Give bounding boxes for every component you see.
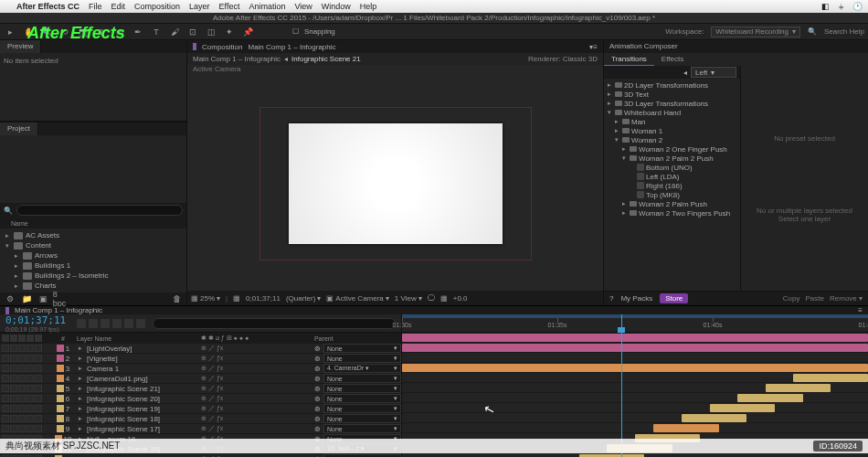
new-comp-icon[interactable]: ▣ [37,292,49,305]
project-item[interactable]: ▸AC Assets [0,230,186,240]
mac-menu-composition[interactable]: Composition [134,2,180,11]
layer-row[interactable]: 8 ▸[Infographic Scene 18] ⊕ ／ ƒx ⊚None▾ [0,414,401,424]
layer-row[interactable]: 1 ▸[LightOverlay] ⊕ ／ ƒx ⊚None▾ [0,344,401,354]
store-button[interactable]: Store [660,293,688,303]
ac-tree-item[interactable]: ▾Woman 2 [604,135,740,144]
layer-bar[interactable] [682,414,746,422]
ac-tree-item[interactable]: ▸2D Layer Transformations [604,80,740,90]
layer-bar[interactable] [793,374,868,382]
ac-tree-item[interactable]: ▸Woman 2 Palm Push [604,199,740,208]
project-item[interactable]: ▾Content [0,240,186,250]
project-name-column[interactable]: Name [11,220,28,227]
layer-bar[interactable] [737,394,802,402]
timeline-search-input[interactable] [153,318,396,329]
ac-tab-transitions[interactable]: Transitions [604,53,654,66]
paste-button[interactable]: Paste [806,294,824,303]
interpret-footage-icon[interactable]: ⚙ [4,292,16,305]
search-icon[interactable]: 🔍 [4,207,13,215]
track-row[interactable] [402,333,868,343]
composition-viewer[interactable] [187,76,603,291]
track-row[interactable] [402,343,868,353]
ac-direction-dropdown[interactable]: Left▾ [691,67,736,78]
mac-menu-edit[interactable]: Edit [111,2,126,11]
layer-bar[interactable] [402,334,868,342]
eraser-tool-icon[interactable]: ◫ [205,26,217,38]
ac-preset-tree[interactable]: ▸2D Layer Transformations▸3D Text▸3D Lay… [604,79,740,291]
layer-bar[interactable] [402,344,868,352]
text-tool-icon[interactable]: T [150,26,163,38]
zoom-dropdown[interactable]: ▦ 25% ▾ [191,294,220,303]
col-number[interactable]: # [53,335,73,342]
track-row[interactable] [402,413,868,423]
crumb-1[interactable]: Main Comp 1 – Infographic [193,55,281,63]
mac-menu-effect[interactable]: Effect [219,2,240,11]
project-item[interactable]: ▸Buildings 2 – Isometric [0,271,186,281]
workspace-dropdown[interactable]: Whiteboard Recording▾ [711,27,800,37]
project-item[interactable]: ▸Buildings 1 [0,260,186,271]
viewer-views-dropdown[interactable]: 1 View ▾ [395,294,422,303]
remove-button[interactable]: Remove ▾ [830,294,863,303]
mac-menu-after-effects-cc[interactable]: After Effects CC [16,2,79,11]
ac-tree-item[interactable]: Top (MK8) [604,190,740,199]
mac-menu-help[interactable]: Help [360,2,377,11]
timeline-panel-menu-icon[interactable]: ≡ [858,306,863,314]
ac-tree-item[interactable]: ▸3D Layer Transformations [604,99,740,108]
renderer-value[interactable]: Classic 3D [563,55,598,63]
bpc-icon[interactable]: 8 bpc [53,292,66,305]
search-help-label[interactable]: Search Help [824,27,864,36]
toggle-mask-icon[interactable]: ▦ [440,294,448,303]
layer-bar[interactable] [402,364,868,372]
brush-tool-icon[interactable]: 🖌 [168,26,181,38]
toggle-pixel-icon[interactable]: 🖵 [428,294,435,303]
search-help-icon[interactable]: 🔍 [808,27,817,36]
comp-panel-title[interactable]: Main Comp 1 – Infographic [248,43,335,51]
ac-tree-item[interactable]: ▸3D Text [604,90,740,99]
viewer-timecode[interactable]: 0;01;37;11 [246,294,281,303]
snapping-checkbox[interactable]: ☐ [292,27,299,36]
mac-menu-window[interactable]: Window [322,2,351,11]
time-ruler[interactable]: 01:30s01:35s01:40s01:45s [402,314,868,333]
stamp-tool-icon[interactable]: ⊡ [186,26,199,38]
project-item[interactable]: ▸Arrows [0,250,186,260]
layer-bar[interactable] [710,404,775,412]
layer-row[interactable]: 4 ▸[CameraDoll1.png] ⊕ ／ ƒx ⊚None▾ [0,374,401,384]
trash-icon[interactable]: 🗑 [170,292,183,305]
col-parent[interactable]: Parent [311,335,401,342]
my-packs-link[interactable]: My Packs [620,294,652,303]
project-item[interactable]: ▸Charts [0,281,186,291]
layer-row[interactable]: 9 ▸[Infographic Scene 17] ⊕ ／ ƒx ⊚None▾ [0,424,401,434]
viewer-camera-dropdown[interactable]: ▣ Active Camera ▾ [326,294,388,303]
track-row[interactable] [402,403,868,413]
layer-bar[interactable] [653,424,718,432]
timeline-header-icons[interactable] [77,319,145,328]
mac-menu-layer[interactable]: Layer [189,2,210,11]
exposure-value[interactable]: +0.0 [453,294,468,303]
col-layer-name[interactable]: Layer Name [73,335,201,342]
ac-tree-item[interactable]: ▾Whiteboard Hand [604,108,740,117]
playhead[interactable] [621,314,622,457]
ac-tree-item[interactable]: Left (LDA) [604,172,740,181]
track-row[interactable] [402,383,868,393]
mac-menu-view[interactable]: View [294,2,312,11]
ac-tree-item[interactable]: ▸Woman 2 One Finger Push [604,144,740,154]
layer-row[interactable]: 2 ▸[Vignette] ⊕ ／ ƒx ⊚None▾ [0,354,401,364]
layer-row[interactable]: 7 ▸[Infographic Scene 19] ⊕ ／ ƒx ⊚None▾ [0,404,401,414]
layer-row[interactable]: 5 ▸[Infographic Scene 21] ⊕ ／ ƒx ⊚None▾ [0,384,401,394]
panel-menu-icon[interactable]: ▾≡ [589,43,598,51]
ac-tree-item[interactable]: ▸Woman 2 Two Fingers Push [604,208,740,218]
ac-tree-item[interactable]: ▸Woman 1 [604,126,740,135]
viewer-quality-dropdown[interactable]: (Quarter) ▾ [286,294,321,303]
project-tree[interactable]: ▸AC Assets▾Content▸Arrows▸Buildings 1▸Bu… [0,228,186,292]
store-qmark-icon[interactable]: ? [609,294,613,303]
ac-prev-icon[interactable]: ◂ [683,69,687,77]
ac-tree-item[interactable]: ▾Woman 2 Palm 2 Push [604,154,740,163]
work-area-bar[interactable] [402,314,868,318]
layer-row[interactable]: 6 ▸[Infographic Scene 20] ⊕ ／ ƒx ⊚None▾ [0,394,401,404]
project-tab[interactable]: Project [0,122,38,135]
ac-tree-item[interactable]: ▸Man [604,117,740,126]
project-search-input[interactable] [16,205,183,216]
copy-button[interactable]: Copy [783,294,800,303]
resolution-icon[interactable]: ▦ [233,294,240,303]
new-folder-icon[interactable]: 📁 [20,292,33,305]
track-row[interactable] [402,393,868,403]
